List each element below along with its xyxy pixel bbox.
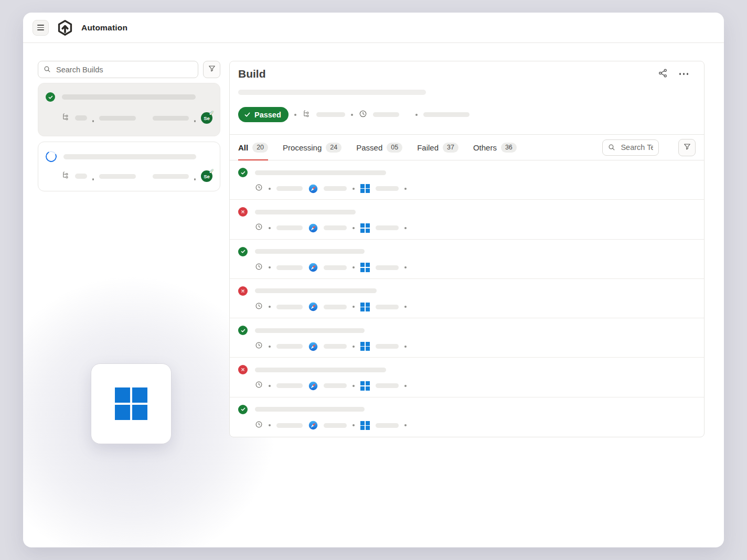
share-button[interactable]: [658, 68, 668, 80]
test-row[interactable]: [230, 160, 704, 200]
separator-dot: [269, 306, 271, 308]
search-builds-box: [38, 61, 198, 78]
framework-check-icon: ✓: [209, 110, 214, 117]
test-title-skeleton: [255, 328, 365, 333]
tab-others[interactable]: Others 36: [473, 135, 517, 160]
windows-os-icon: [360, 184, 370, 193]
selenium-framework-badge: Se ✓: [201, 170, 212, 182]
build-detail-panel: Build: [229, 61, 705, 437]
separator-dot: [415, 114, 418, 116]
tree-structure-icon: [61, 171, 70, 181]
separator-dot: [404, 424, 407, 426]
test-meta-skeleton: [376, 225, 399, 230]
hamburger-menu-button[interactable]: [33, 20, 49, 36]
test-row[interactable]: [230, 397, 704, 437]
test-status-icon: [238, 365, 248, 374]
separator-dot: [92, 120, 94, 122]
separator-dot: [404, 227, 407, 229]
test-meta-skeleton: [376, 344, 399, 349]
separator-dot: [353, 346, 355, 348]
tab-failed[interactable]: Failed 37: [417, 135, 458, 160]
test-title-skeleton: [255, 249, 365, 254]
search-builds-input[interactable]: [38, 61, 198, 78]
safari-browser-icon: [308, 223, 318, 233]
test-title-skeleton: [255, 288, 377, 293]
search-tests-box: [602, 139, 659, 156]
more-options-button[interactable]: [679, 73, 689, 75]
test-status-icon: [238, 247, 248, 256]
tab-count-badge: 36: [501, 143, 517, 153]
builds-filter-button[interactable]: [203, 61, 220, 78]
separator-dot: [404, 266, 407, 268]
clock-icon: [255, 184, 263, 193]
build-meta-skeleton: [153, 116, 189, 121]
build-meta-pill-skeleton: [75, 174, 87, 179]
share-icon: [658, 68, 668, 80]
build-meta-skeleton: [99, 116, 136, 121]
tab-all[interactable]: All 20: [238, 135, 268, 160]
test-status-icon: [238, 405, 248, 414]
test-meta-skeleton: [376, 186, 399, 191]
test-row[interactable]: [230, 200, 704, 239]
tab-count-badge: 20: [252, 143, 268, 153]
test-meta-skeleton: [376, 305, 399, 309]
clock-icon: [255, 302, 263, 312]
test-title-skeleton: [255, 407, 365, 412]
build-subtitle-skeleton: [238, 90, 426, 95]
tests-filter-button[interactable]: [678, 139, 696, 156]
safari-browser-icon: [308, 184, 318, 193]
ellipsis-icon: [679, 73, 689, 75]
separator-dot: [269, 346, 271, 348]
windows-os-icon: [360, 342, 370, 351]
separator-dot: [404, 346, 407, 348]
safari-browser-icon: [308, 263, 318, 272]
test-status-icon: [238, 168, 248, 177]
page-title: Build: [238, 68, 266, 80]
build-meta-skeleton: [373, 112, 399, 117]
windows-os-icon: [360, 263, 370, 272]
test-meta-skeleton: [276, 186, 303, 191]
app-window: Automation: [23, 13, 724, 547]
build-card[interactable]: Se ✓: [38, 142, 220, 191]
builds-sidebar: Se ✓: [38, 61, 220, 547]
build-card[interactable]: Se ✓: [38, 83, 220, 136]
test-meta-skeleton: [276, 423, 303, 428]
test-meta-skeleton: [324, 423, 347, 428]
test-title-skeleton: [255, 210, 356, 214]
safari-browser-icon: [308, 342, 318, 351]
tree-structure-icon: [302, 110, 311, 120]
safari-browser-icon: [308, 381, 318, 391]
framework-check-icon: ✓: [209, 168, 214, 175]
clock-icon: [255, 421, 263, 430]
separator-dot: [353, 266, 355, 268]
build-status-badge: Passed: [238, 107, 289, 122]
clock-icon: [255, 381, 263, 391]
separator-dot: [353, 385, 355, 387]
tree-structure-icon: [61, 113, 70, 123]
safari-browser-icon: [308, 421, 318, 430]
test-meta-skeleton: [324, 344, 347, 349]
test-meta-skeleton: [324, 383, 347, 388]
windows-os-icon: [360, 303, 370, 312]
test-row[interactable]: [230, 318, 704, 358]
test-row[interactable]: [230, 279, 704, 318]
search-icon: [607, 143, 616, 154]
separator-dot: [92, 178, 94, 180]
separator-dot: [294, 114, 296, 116]
test-title-skeleton: [255, 368, 386, 372]
tab-passed[interactable]: Passed 05: [356, 135, 402, 160]
test-row[interactable]: [230, 358, 704, 397]
clock-icon: [255, 341, 263, 351]
tab-count-badge: 05: [387, 143, 402, 153]
windows-os-icon: [360, 381, 370, 391]
tab-processing[interactable]: Processing 24: [283, 135, 342, 160]
test-row[interactable]: [230, 240, 704, 279]
test-meta-skeleton: [324, 225, 347, 230]
search-icon: [43, 65, 51, 76]
test-status-icon: [238, 286, 248, 296]
filter-funnel-icon: [683, 143, 691, 153]
separator-dot: [404, 188, 407, 190]
build-title-skeleton: [63, 154, 196, 159]
test-meta-skeleton: [276, 225, 303, 230]
test-meta-skeleton: [376, 383, 399, 388]
